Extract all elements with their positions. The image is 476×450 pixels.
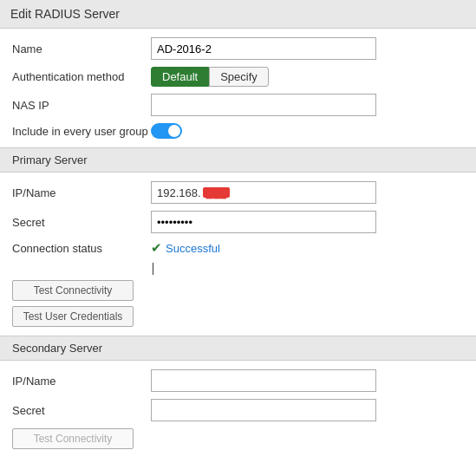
primary-test-connectivity-button[interactable]: Test Connectivity bbox=[12, 280, 134, 301]
secondary-ip-label: IP/Name bbox=[12, 375, 151, 388]
auth-default-button[interactable]: Default bbox=[151, 67, 209, 87]
primary-ip-input[interactable]: 192.168.███ bbox=[151, 181, 376, 204]
secondary-ip-input[interactable] bbox=[151, 369, 376, 392]
success-icon: ✔ bbox=[151, 240, 162, 256]
ip-prefix: 192.168. bbox=[157, 186, 201, 199]
nas-ip-input[interactable] bbox=[151, 94, 376, 116]
primary-ip-label: IP/Name bbox=[12, 186, 151, 199]
name-label: Name bbox=[12, 42, 151, 55]
status-text: Successful bbox=[166, 242, 220, 255]
auth-method-group: Default Specify bbox=[151, 67, 269, 87]
auth-specify-button[interactable]: Specify bbox=[209, 67, 269, 87]
secondary-secret-label: Secret bbox=[12, 404, 151, 417]
page-title: Edit RADIUS Server bbox=[0, 0, 476, 29]
primary-test-credentials-button[interactable]: Test User Credentials bbox=[12, 306, 134, 327]
ip-redacted: ███ bbox=[203, 187, 230, 198]
nas-ip-label: NAS IP bbox=[12, 99, 151, 112]
secondary-server-header: Secondary Server bbox=[0, 336, 476, 361]
include-toggle[interactable] bbox=[151, 123, 182, 139]
primary-secret-input[interactable] bbox=[151, 211, 376, 233]
cursor-line bbox=[153, 263, 153, 275]
auth-label: Authentication method bbox=[12, 70, 151, 83]
secondary-secret-input[interactable] bbox=[151, 399, 376, 421]
connection-status-label: Connection status bbox=[12, 242, 151, 255]
primary-secret-label: Secret bbox=[12, 216, 151, 229]
primary-server-header: Primary Server bbox=[0, 147, 476, 173]
name-input[interactable] bbox=[151, 37, 376, 60]
connection-status-value: ✔ Successful bbox=[151, 240, 220, 256]
secondary-test-connectivity-button[interactable]: Test Connectivity bbox=[12, 428, 134, 449]
include-label: Include in every user group bbox=[12, 125, 151, 138]
